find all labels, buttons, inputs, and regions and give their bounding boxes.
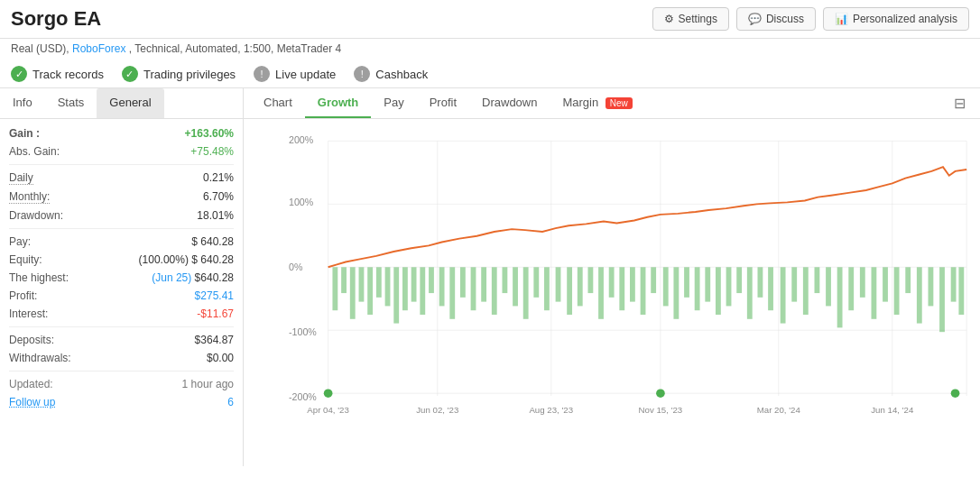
row-drawdown: Drawdown: 18.01%: [9, 206, 234, 225]
svg-rect-30: [367, 267, 373, 315]
svg-rect-75: [837, 267, 843, 327]
svg-rect-34: [402, 267, 408, 310]
svg-rect-71: [791, 267, 797, 301]
settings-button[interactable]: ⚙ Settings: [652, 7, 729, 31]
svg-rect-62: [695, 267, 700, 310]
svg-text:100%: 100%: [289, 197, 314, 207]
svg-point-25: [951, 389, 960, 398]
svg-rect-76: [848, 267, 854, 310]
value-equity: (100.00%) $ 640.28: [139, 253, 234, 266]
svg-rect-63: [705, 267, 710, 301]
svg-rect-41: [471, 267, 476, 310]
value-abs-gain: +75.48%: [190, 145, 234, 158]
row-deposits: Deposits: $364.87: [9, 331, 234, 349]
svg-rect-27: [341, 267, 347, 293]
status-trading-privileges: ✓ Trading privileges: [122, 66, 236, 82]
svg-rect-40: [460, 267, 466, 298]
label-profit: Profit:: [9, 289, 37, 302]
svg-rect-74: [826, 267, 831, 306]
row-highest: The highest: (Jun 25) $640.28: [9, 269, 234, 287]
broker-link[interactable]: RoboForex: [72, 42, 125, 55]
row-follow: Follow up 6: [9, 393, 234, 411]
svg-rect-69: [768, 267, 773, 310]
discuss-button[interactable]: 💬 Discuss: [736, 7, 816, 31]
svg-rect-85: [951, 267, 957, 301]
svg-rect-49: [556, 267, 561, 301]
svg-text:Mar 20, '24: Mar 20, '24: [757, 405, 801, 415]
right-panel: Chart Growth Pay Profit Drawdown Margin …: [244, 88, 980, 466]
tab-info[interactable]: Info: [0, 88, 45, 118]
value-pay: $ 640.28: [191, 235, 234, 248]
row-monthly: Monthly: 6.70%: [9, 188, 234, 206]
left-panel: Info Stats General Gain : +163.60% Abs. …: [0, 88, 244, 466]
row-profit: Profit: $275.41: [9, 287, 234, 305]
value-updated: 1 hour ago: [182, 378, 234, 390]
svg-rect-38: [439, 267, 445, 306]
svg-rect-82: [917, 267, 922, 323]
value-interest: -$11.67: [197, 307, 234, 320]
svg-text:Nov 15, '23: Nov 15, '23: [639, 405, 683, 415]
discuss-icon: 💬: [748, 13, 762, 25]
main-content: Info Stats General Gain : +163.60% Abs. …: [0, 88, 980, 466]
svg-rect-57: [641, 267, 646, 315]
value-highest: (Jun 25) $640.28: [152, 271, 234, 284]
svg-rect-33: [393, 267, 399, 323]
svg-rect-78: [872, 267, 877, 319]
label-highest: The highest:: [9, 271, 69, 284]
svg-rect-47: [533, 267, 539, 298]
tab-general[interactable]: General: [97, 88, 163, 118]
tab-profit[interactable]: Profit: [417, 88, 469, 118]
label-abs-gain: Abs. Gain:: [9, 145, 60, 158]
svg-text:Jun 02, '23: Jun 02, '23: [416, 405, 458, 415]
svg-rect-37: [429, 267, 434, 293]
tab-growth[interactable]: Growth: [305, 88, 372, 118]
personalized-analysis-button[interactable]: 📊 Personalized analysis: [823, 7, 969, 31]
value-drawdown: 18.01%: [197, 209, 234, 222]
label-drawdown: Drawdown:: [9, 209, 63, 222]
tab-pay[interactable]: Pay: [371, 88, 416, 118]
tab-stats[interactable]: Stats: [45, 88, 97, 118]
label-monthly[interactable]: Monthly:: [9, 190, 50, 204]
svg-rect-43: [492, 267, 497, 315]
svg-rect-50: [567, 267, 572, 315]
label-equity: Equity:: [9, 253, 42, 266]
tab-chart[interactable]: Chart: [251, 88, 305, 118]
row-gain: Gain : +163.60%: [9, 124, 234, 142]
svg-rect-29: [359, 267, 365, 301]
value-monthly: 6.70%: [203, 190, 234, 203]
svg-rect-35: [411, 267, 417, 301]
svg-text:Jun 14, '24: Jun 14, '24: [871, 405, 914, 415]
svg-point-24: [656, 389, 665, 398]
svg-rect-80: [894, 267, 900, 315]
svg-rect-55: [619, 267, 624, 310]
status-cashback: ! Cashback: [354, 66, 428, 82]
value-profit: $275.41: [195, 289, 234, 302]
label-daily[interactable]: Daily: [9, 171, 33, 185]
svg-rect-65: [726, 267, 732, 306]
svg-rect-51: [578, 267, 583, 306]
warn-icon-cashback: !: [354, 66, 370, 82]
svg-rect-79: [883, 267, 888, 301]
svg-rect-58: [651, 267, 656, 293]
tab-drawdown[interactable]: Drawdown: [469, 88, 550, 118]
filter-icon[interactable]: ⊟: [947, 91, 973, 115]
label-follow[interactable]: Follow up: [9, 396, 55, 408]
svg-point-23: [324, 389, 333, 398]
label-gain: Gain :: [9, 127, 40, 140]
svg-rect-46: [523, 267, 529, 319]
svg-text:-100%: -100%: [289, 326, 317, 337]
chart-icon: 📊: [835, 13, 848, 25]
svg-rect-39: [449, 267, 455, 319]
page-title: Sorgo EA: [11, 7, 101, 31]
label-deposits: Deposits:: [9, 334, 54, 346]
svg-text:-200%: -200%: [289, 391, 317, 402]
right-tabs: Chart Growth Pay Profit Drawdown Margin …: [244, 88, 980, 119]
value-follow: 6: [227, 396, 234, 408]
row-abs-gain: Abs. Gain: +75.48%: [9, 142, 234, 161]
warn-icon-live: !: [254, 66, 270, 82]
tab-margin[interactable]: Margin New: [550, 88, 644, 118]
row-withdrawals: Withdrawals: $0.00: [9, 349, 234, 367]
check-icon-trading: ✓: [122, 66, 138, 82]
svg-rect-31: [376, 267, 382, 298]
settings-icon: ⚙: [664, 13, 674, 25]
